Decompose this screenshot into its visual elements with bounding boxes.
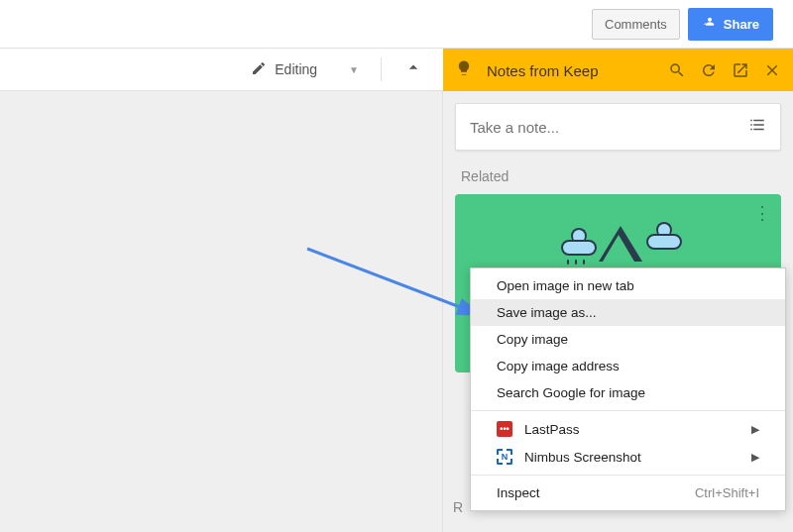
- inspect-label: Inspect: [497, 485, 540, 500]
- keep-panel-header: Notes from Keep: [443, 49, 793, 92]
- sub-bar: Editing ▼ Notes from Keep: [0, 48, 793, 91]
- top-bar: Comments Share: [0, 0, 793, 48]
- menu-search-google[interactable]: Search Google for image: [471, 379, 785, 406]
- open-external-icon[interactable]: [732, 61, 749, 79]
- new-list-icon[interactable]: [748, 116, 766, 138]
- orphan-text: R: [453, 499, 463, 515]
- related-label: Related: [461, 168, 781, 184]
- menu-open-new-tab[interactable]: Open image in new tab: [471, 272, 785, 299]
- keep-title: Notes from Keep: [487, 62, 654, 79]
- nimbus-label: Nimbus Screenshot: [524, 450, 641, 465]
- menu-lastpass[interactable]: ••• LastPass ▶: [471, 415, 785, 443]
- menu-save-image-as[interactable]: Save image as...: [471, 299, 785, 326]
- svg-line-1: [307, 249, 481, 315]
- menu-nimbus[interactable]: N Nimbus Screenshot ▶: [471, 443, 785, 471]
- editing-mode-button[interactable]: Editing ▼: [241, 56, 369, 83]
- menu-inspect[interactable]: Inspect Ctrl+Shift+I: [471, 479, 785, 506]
- card-menu-icon[interactable]: ⋮: [753, 202, 771, 224]
- inspect-shortcut: Ctrl+Shift+I: [695, 485, 759, 500]
- refresh-icon[interactable]: [700, 61, 718, 79]
- svg-point-0: [708, 17, 712, 21]
- menu-separator: [471, 475, 785, 476]
- submenu-arrow-icon: ▶: [751, 423, 759, 436]
- share-icon: [702, 15, 718, 34]
- note-input[interactable]: [470, 119, 748, 136]
- menu-copy-image-address[interactable]: Copy image address: [471, 353, 785, 379]
- bulb-icon: [455, 59, 473, 81]
- lastpass-label: LastPass: [524, 422, 580, 437]
- menu-separator: [471, 410, 785, 411]
- collapse-button[interactable]: [394, 53, 433, 85]
- editing-label: Editing: [275, 61, 317, 77]
- context-menu: Open image in new tab Save image as... C…: [470, 267, 786, 511]
- submenu-arrow-icon: ▶: [751, 451, 759, 464]
- take-note-box[interactable]: [455, 103, 781, 151]
- doc-toolbar: Editing ▼: [0, 49, 443, 90]
- search-icon[interactable]: [668, 61, 686, 79]
- share-label: Share: [724, 17, 759, 32]
- pencil-icon: [251, 60, 267, 79]
- close-icon[interactable]: [763, 61, 781, 79]
- menu-copy-image[interactable]: Copy image: [471, 326, 785, 353]
- lastpass-icon: •••: [497, 421, 512, 437]
- divider: [381, 57, 382, 81]
- share-button[interactable]: Share: [688, 8, 773, 41]
- caret-down-icon: ▼: [349, 64, 359, 75]
- annotation-arrow: [302, 244, 496, 332]
- comments-button[interactable]: Comments: [592, 9, 680, 40]
- nimbus-icon: N: [497, 449, 512, 465]
